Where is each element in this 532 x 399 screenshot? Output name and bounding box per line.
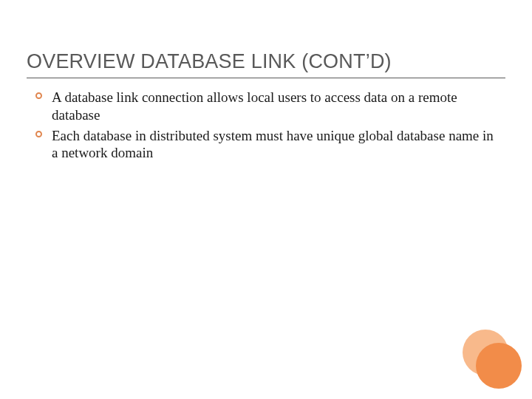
bullet-text: A database link connection allows local … — [52, 89, 457, 123]
bullet-list: A database link connection allows local … — [27, 89, 505, 162]
slide-title: OVERVIEW DATABASE LINK (CONT’D) — [27, 50, 505, 78]
bullet-icon — [35, 131, 42, 137]
circle-front-icon — [476, 343, 522, 389]
list-item: Each database in distributed system must… — [35, 127, 499, 163]
decorative-circles — [463, 330, 522, 389]
bullet-icon — [35, 92, 42, 99]
list-item: A database link connection allows local … — [35, 89, 499, 124]
slide: OVERVIEW DATABASE LINK (CONT’D) A databa… — [0, 0, 532, 399]
bullet-text: Each database in distributed system must… — [52, 128, 494, 161]
